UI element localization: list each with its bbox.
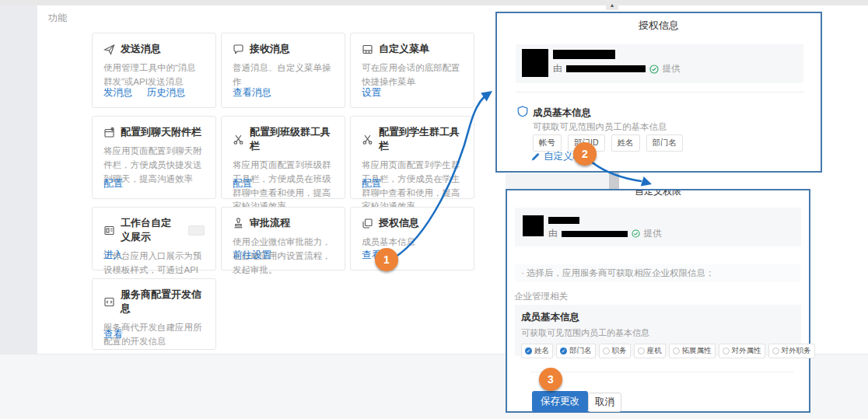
card-approval-flow: 审批流程 使用企业微信审批能力，在自建应用内设置流程，发起审批。 前往设置 (221, 207, 345, 271)
save-changes-button[interactable]: 保存更改 (532, 391, 588, 412)
redacted-app-logo (522, 49, 548, 77)
option-extended-attr[interactable]: ✓拓展属性 (669, 344, 716, 358)
section-label: 功能 (48, 12, 67, 25)
app-screenshot: ▲ 功能 发送消息 使用管理工具中的“消息群发”或API发送消息 发消息历史消息… (0, 0, 868, 419)
receive-icon (233, 44, 244, 55)
pencil-icon (531, 152, 540, 161)
card-title: 服务商配置开发信息 (121, 288, 205, 316)
workbench-icon (103, 225, 115, 236)
code-icon (103, 296, 115, 308)
card-student-group-toolbar: 配置到学生群工具栏 将应用页面配置到学生群工具栏，方便成员在学生群聊中查看和使用… (350, 116, 474, 199)
redacted-app-name (553, 50, 615, 59)
link-setup[interactable]: 设置 (362, 86, 381, 100)
option-external-attr[interactable]: ✓对外属性 (719, 344, 765, 358)
tag-dept-name: 部门名 (646, 134, 684, 152)
scissors-icon (233, 134, 244, 145)
verified-check-icon (649, 65, 659, 74)
panel-title-clipped: 自定义权限 (507, 190, 809, 197)
link-go-setup[interactable]: 前往设置 (233, 249, 271, 262)
redacted-provider-name (566, 65, 646, 72)
divider (530, 372, 793, 372)
redacted-provider-name (562, 231, 628, 237)
approval-icon (233, 218, 244, 229)
beta-badge (188, 225, 205, 236)
member-info-desc: 可获取可见范围内员工的基本信息 (533, 121, 667, 133)
member-info-title: 成员基本信息 (521, 311, 795, 324)
scrollbar-thumb[interactable] (609, 172, 619, 190)
app-identity-block: 由 提供 (515, 208, 801, 246)
card-title: 配置到班级群工具栏 (250, 125, 334, 153)
menu-icon (362, 44, 373, 55)
card-desc: 可在应用会话的底部配置快捷操作菜单 (362, 61, 463, 89)
callout-step-2: 2 (573, 142, 597, 166)
option-dept-name[interactable]: ✓部门名 (556, 344, 596, 358)
card-custom-menu: 自定义菜单 可在应用会话的底部配置快捷操作菜单 设置 (350, 33, 474, 108)
option-name[interactable]: ✓姓名 (521, 344, 553, 358)
link-configure[interactable]: 配置 (103, 177, 123, 190)
member-info-section: 成员基本信息 可获取可见范围内员工的基本信息 ✓姓名 ✓部门名 ✓职务 ✓座机 … (515, 305, 801, 356)
auth-icon (362, 218, 373, 229)
card-title: 自定义菜单 (379, 42, 429, 56)
cancel-button[interactable]: 取消 (588, 393, 621, 412)
member-info-desc: 可获取可见范围内员工的基本信息 (521, 327, 795, 339)
link-send-message[interactable]: 发消息 (103, 86, 133, 100)
tag-name: 姓名 (611, 134, 640, 152)
group-label: 企业管理相关 (514, 291, 568, 302)
card-receive-message: 接收消息 普通消息、自定义菜单操作 查看消息 (221, 33, 345, 108)
authorization-info-panel: 授权信息 由 提供 成员基本信息 可获取可见范围内员工的基本信息 帐号 部门ID… (495, 12, 822, 173)
app-identity-block: 由 提供 (516, 44, 803, 83)
card-title: 配置到学生群工具栏 (379, 125, 463, 153)
send-icon (103, 44, 115, 55)
permission-options: ✓姓名 ✓部门名 ✓职务 ✓座机 ✓拓展属性 ✓对外属性 ✓对外职务 (521, 344, 795, 358)
attachment-icon (103, 127, 115, 138)
card-title: 接收消息 (250, 42, 290, 56)
scissors-icon (362, 134, 373, 145)
shield-icon (517, 106, 528, 117)
top-strip (0, 0, 868, 5)
scroll-up-icon[interactable]: ▲ (606, 0, 618, 10)
card-workbench-display: 工作台自定义展示 工作台应用入口展示为预设模板样式，可通过API实时更新内容 当… (92, 207, 216, 271)
link-configure[interactable]: 配置 (362, 177, 381, 190)
verified-check-icon (632, 229, 640, 238)
link-enter[interactable]: 进入 (103, 249, 123, 262)
card-chat-attachment-bar: 配置到聊天附件栏 将应用页面配置到聊天附件栏，方便成员快捷发送到聊天，提高沟通效… (92, 116, 216, 199)
callout-step-1: 1 (375, 248, 398, 271)
left-sidebar (0, 5, 37, 354)
redacted-app-logo (523, 215, 544, 236)
card-send-message: 发送消息 使用管理工具中的“消息群发”或API发送消息 发消息历史消息 (92, 33, 216, 108)
card-class-group-toolbar: 配置到班级群工具栏 将应用页面配置到班级群工具栏，方便成员在班级群聊中查看和使用… (221, 116, 345, 199)
provider-suffix: 提供 (663, 63, 681, 75)
card-authorization-info: 授权信息 成员基本信息 查看 (350, 207, 474, 271)
provider-prefix: 由 (548, 228, 558, 239)
member-info-title: 成员基本信息 (533, 106, 591, 120)
provider-prefix: 由 (553, 63, 562, 75)
option-landline[interactable]: ✓座机 (634, 344, 666, 358)
link-view-message[interactable]: 查看消息 (233, 86, 271, 100)
card-title: 审批流程 (250, 216, 290, 230)
card-title: 发送消息 (121, 42, 161, 56)
background-fragment (506, 173, 610, 189)
provider-suffix: 提供 (644, 228, 662, 239)
card-desc: 普通消息、自定义菜单操作 (233, 61, 334, 89)
redacted-app-name (548, 217, 579, 224)
link-history-message[interactable]: 历史消息 (147, 86, 186, 100)
tag-account: 帐号 (533, 134, 562, 152)
option-position[interactable]: ✓职务 (599, 344, 631, 358)
link-configure[interactable]: 配置 (233, 177, 252, 190)
option-external-position[interactable]: ✓对外职务 (768, 344, 815, 358)
card-desc: 使用管理工具中的“消息群发”或API发送消息 (103, 61, 205, 89)
panel-title: 授权信息 (497, 19, 821, 33)
card-title: 工作台自定义展示 (121, 216, 180, 244)
selection-note: · 选择后，应用服务商可获取相应企业权限信息； (515, 264, 801, 281)
card-provider-dev-info: 服务商配置开发信息 服务商代开发自建应用所配置的开发信息 查看 (92, 278, 216, 350)
card-desc: 成员基本信息 (362, 236, 463, 250)
card-title: 配置到聊天附件栏 (121, 125, 201, 139)
divider (516, 92, 803, 93)
link-view[interactable]: 查看 (103, 328, 123, 341)
card-title: 授权信息 (379, 216, 419, 230)
callout-step-3: 3 (539, 368, 562, 391)
permission-tags: 帐号 部门ID 姓名 部门名 (533, 134, 683, 152)
